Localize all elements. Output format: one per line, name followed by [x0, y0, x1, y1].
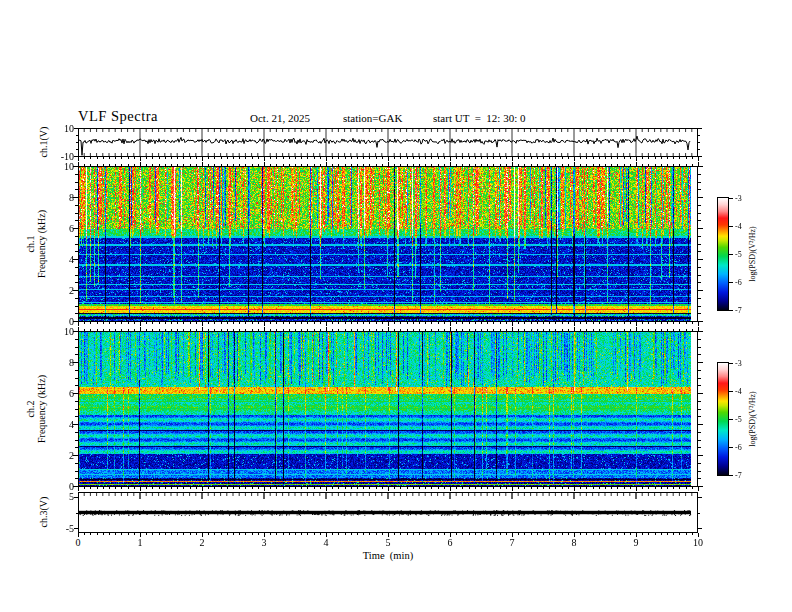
x-tick-mark [475, 533, 476, 535]
x-tick-mark [307, 322, 308, 324]
y-tick-mark [74, 156, 78, 157]
x-tick-mark [568, 157, 569, 159]
time-axis-label: Time (min) [338, 550, 438, 561]
x-tick-mark [568, 164, 569, 166]
x-tick-mark [450, 327, 451, 331]
x-tick-mark [636, 327, 637, 331]
x-tick-mark [450, 487, 451, 491]
x-tick-mark [369, 487, 370, 489]
x-tick-mark [264, 162, 265, 166]
x-tick-mark [568, 487, 569, 489]
x-tick-mark [450, 322, 451, 326]
x-tick-mark [307, 157, 308, 159]
x-tick-mark [444, 329, 445, 331]
x-tick-mark [469, 329, 470, 331]
x-tick-mark [593, 164, 594, 166]
x-tick-mark [611, 164, 612, 166]
x-tick-mark [518, 164, 519, 166]
vlf-spectra-plot: VLF Spectra Oct. 21, 2025 station=GAK st… [0, 0, 792, 612]
y-tick-mark [698, 156, 702, 157]
x-tick-mark [146, 533, 147, 535]
x-tick-mark [146, 322, 147, 324]
x-tick-mark [531, 487, 532, 489]
x-tick-mark [152, 487, 153, 489]
x-tick-mark [537, 487, 538, 489]
x-tick-mark [227, 322, 228, 324]
x-tick-mark [115, 157, 116, 159]
x-tick-mark [332, 533, 333, 535]
x-tick-mark [270, 533, 271, 535]
y-tick-mark [698, 259, 703, 260]
x-tick-mark [425, 322, 426, 324]
x-tick-mark [537, 164, 538, 166]
x-tick-mark [698, 157, 699, 161]
y-tick-mark [698, 416, 701, 417]
x-tick-mark [431, 329, 432, 331]
x-tick-mark [326, 157, 327, 161]
x-tick-mark [357, 322, 358, 324]
x-tick-mark [208, 487, 209, 489]
x-tick-mark [462, 329, 463, 331]
x-tick-mark [289, 164, 290, 166]
x-tick-mark [648, 533, 649, 535]
x-tick-mark [109, 164, 110, 166]
y-tick-mark [698, 174, 701, 175]
x-tick-mark [227, 329, 228, 331]
x-tick-mark [320, 157, 321, 159]
colorbar-tick-mark [729, 254, 733, 255]
x-tick-mark [493, 322, 494, 324]
x-tick-mark [245, 329, 246, 331]
x-tick-mark [369, 329, 370, 331]
x-tick-mark [667, 322, 668, 324]
x-tick-mark [134, 329, 135, 331]
x-tick-mark [655, 329, 656, 331]
y-tick-mark [75, 339, 78, 340]
colorbar-tick-mark [729, 419, 733, 420]
x-tick-mark [462, 157, 463, 159]
x-tick-mark [413, 533, 414, 535]
x-tick-mark [338, 157, 339, 159]
x-tick-mark [524, 487, 525, 489]
x-tick-mark [245, 157, 246, 159]
x-tick-mark [338, 487, 339, 489]
x-tick-mark [624, 164, 625, 166]
x-tick-mark [661, 164, 662, 166]
x-tick-mark [506, 533, 507, 535]
x-tick-mark [400, 164, 401, 166]
x-tick-mark [456, 157, 457, 159]
x-tick-mark [289, 329, 290, 331]
x-tick-mark [605, 487, 606, 489]
x-tick-mark [190, 157, 191, 159]
x-tick-mark [388, 157, 389, 161]
y-tick-mark [75, 213, 78, 214]
x-tick-mark [555, 329, 556, 331]
spec2-frequency-label: Frequency (kHz) [36, 375, 47, 443]
x-tick-mark [413, 157, 414, 159]
y-tick-mark [75, 440, 78, 441]
x-tick-mark [444, 322, 445, 324]
x-tick-mark [78, 322, 79, 326]
y-tick-mark [698, 290, 703, 291]
x-tick-mark [190, 329, 191, 331]
colorbar-tick-mark [729, 447, 733, 448]
x-tick-mark [109, 487, 110, 489]
y-tick-mark [76, 142, 78, 143]
x-tick-mark [698, 487, 699, 491]
y-tick-mark [698, 354, 701, 355]
x-tick-mark [617, 157, 618, 159]
x-tick-mark [673, 329, 674, 331]
plot-station: station=GAK [343, 112, 402, 124]
x-tick-mark [283, 322, 284, 324]
x-tick-mark [152, 322, 153, 324]
x-tick-mark [134, 322, 135, 324]
colorbar-tick-label: -7 [735, 306, 751, 315]
x-tick-mark [456, 487, 457, 489]
x-tick-mark [481, 533, 482, 535]
x-tick-mark [233, 487, 234, 489]
x-tick-mark [531, 322, 532, 324]
x-tick-mark [555, 164, 556, 166]
x-tick-mark [202, 327, 203, 331]
y-tick-mark [75, 282, 78, 283]
x-tick-mark [270, 329, 271, 331]
ch1-waveform-canvas [79, 129, 697, 156]
